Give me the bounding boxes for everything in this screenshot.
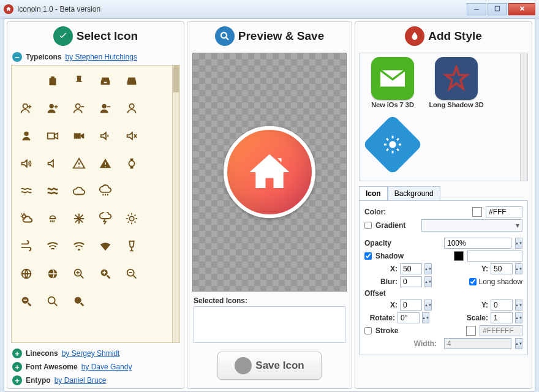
expand-icon[interactable]: + (12, 375, 22, 385)
icon-windy[interactable] (13, 232, 39, 260)
icon-wifi-low[interactable] (66, 232, 92, 260)
iconset-fontawesome[interactable]: + Font Awesome by Dave Gandy (7, 360, 184, 374)
gradient-select[interactable]: ▾ (421, 219, 522, 232)
close-button[interactable]: ✕ (508, 3, 535, 15)
iconset-linecons[interactable]: + Linecons by Sergey Shmidt (7, 347, 184, 360)
icon-user-remove[interactable] (66, 94, 92, 122)
tab-icon[interactable]: Icon (359, 186, 388, 200)
icon-zoom-out-outline[interactable] (118, 260, 145, 287)
longshadow-checkbox[interactable] (469, 278, 477, 285)
icon-inbox-full[interactable] (118, 67, 145, 94)
icon-user-add[interactable] (39, 94, 66, 122)
style-diamond-tile[interactable] (363, 123, 422, 167)
icon-moon[interactable] (118, 177, 145, 205)
shadow-y-input[interactable] (491, 263, 513, 274)
icon-grid-scrollbar[interactable] (172, 66, 179, 342)
gradient-checkbox[interactable] (364, 222, 372, 229)
icon-zoom-in-outline[interactable] (66, 260, 92, 287)
style-ios7-tile[interactable]: New iOs 7 3D (363, 57, 422, 108)
svg-point-10 (129, 216, 134, 221)
icon-video-outline[interactable] (39, 122, 66, 149)
check-icon (53, 26, 73, 46)
icon-globe-outline[interactable] (13, 260, 39, 287)
shadow-color-input[interactable] (467, 251, 522, 262)
icon-rain[interactable] (92, 177, 118, 205)
icon-volume[interactable] (39, 149, 66, 177)
expand-icon[interactable]: + (12, 349, 22, 358)
icon-user[interactable] (13, 122, 39, 149)
stroke-checkbox[interactable] (364, 327, 372, 334)
scale-input[interactable] (491, 312, 513, 323)
selected-icons-box[interactable] (194, 306, 345, 343)
icon-watch[interactable] (118, 149, 145, 177)
icon-volume-low[interactable] (92, 122, 118, 149)
icon-waves[interactable] (39, 177, 66, 205)
icon-search[interactable] (66, 287, 92, 315)
icon-search-outline[interactable] (39, 287, 66, 315)
icon-shower[interactable] (39, 205, 66, 232)
icon-stormy[interactable] (92, 205, 118, 232)
icon-user-remove-fill[interactable] (92, 94, 118, 122)
color-input[interactable] (486, 206, 522, 217)
stroke-color-swatch[interactable] (466, 326, 476, 336)
color-label: Color: (364, 208, 406, 216)
shadow-checkbox[interactable] (364, 252, 372, 260)
icon-zoom-in[interactable] (92, 260, 118, 287)
icon-sunny[interactable] (118, 205, 145, 232)
icon-user-outline[interactable] (118, 94, 145, 122)
offset-y-input[interactable] (491, 300, 513, 311)
iconset-author-link[interactable]: by Dave Gandy (81, 363, 132, 371)
icon-snow[interactable] (66, 205, 92, 232)
icon-volume-high[interactable] (13, 149, 39, 177)
tab-background[interactable]: Background (388, 186, 440, 200)
svg-point-20 (221, 32, 227, 38)
opacity-input[interactable] (444, 238, 511, 249)
offset-x-input[interactable] (400, 300, 422, 311)
expand-icon[interactable]: + (12, 362, 22, 372)
save-icon-button[interactable]: Save Icon (217, 352, 322, 380)
icon-wine[interactable] (118, 232, 145, 260)
shadow-color-swatch[interactable] (454, 251, 464, 261)
minimize-button[interactable]: ─ (467, 3, 486, 15)
blur-input[interactable] (400, 276, 422, 287)
icon-inbox[interactable] (92, 67, 118, 94)
icon-partly-sunny[interactable] (13, 205, 39, 232)
stroke-width-input[interactable] (444, 338, 511, 349)
iconset-typeicons[interactable]: − Typeicons by Stephen Hutchings (7, 50, 184, 64)
select-icon-title: Select Icon (77, 29, 138, 43)
icon-warning[interactable] (92, 149, 118, 177)
style-longshadow-tile[interactable]: Long Shadow 3D (427, 57, 486, 108)
selected-icons-label: Selected Icons: (194, 296, 345, 305)
iconset-entypo[interactable]: + Entypo by Daniel Bruce (7, 374, 184, 387)
icon-warning-outline[interactable] (66, 149, 92, 177)
collapse-icon[interactable]: − (12, 52, 22, 62)
opacity-spinner[interactable]: ▲▼ (515, 238, 522, 249)
color-swatch[interactable] (472, 207, 482, 217)
icon-waves-outline[interactable] (13, 177, 39, 205)
maximize-button[interactable]: ☐ (488, 3, 507, 15)
icon-trash[interactable] (39, 67, 66, 94)
icon-volume-mute[interactable] (118, 122, 145, 149)
style-panel: Add Style New iOs 7 3D Long Shadow 3D Ic… (355, 21, 532, 389)
sun-icon (363, 115, 423, 175)
icon-globe[interactable] (39, 260, 66, 287)
styles-scrollbar[interactable] (520, 53, 527, 181)
icon-cloud[interactable] (66, 177, 92, 205)
iconset-author-link[interactable]: by Stephen Hutchings (65, 53, 137, 61)
icon-zoom-out[interactable] (13, 287, 39, 315)
svg-point-3 (102, 104, 106, 108)
opacity-label: Opacity (364, 239, 406, 247)
icon-scissors[interactable] (13, 67, 39, 94)
icon-wifi[interactable] (92, 232, 118, 260)
icon-properties: Color: Gradient ▾ Opacity ▲▼ Shadow (359, 200, 528, 355)
icon-user-add-outline[interactable] (13, 94, 39, 122)
iconset-author-link[interactable]: by Sergey Shmidt (62, 349, 120, 358)
stroke-color-input[interactable] (480, 325, 522, 336)
rotate-input[interactable] (398, 312, 420, 323)
icon-pin[interactable] (66, 67, 92, 94)
shadow-x-input[interactable] (400, 263, 422, 274)
app-icon (4, 4, 13, 14)
icon-wifi-outline[interactable] (39, 232, 66, 260)
icon-video[interactable] (66, 122, 92, 149)
iconset-author-link[interactable]: by Daniel Bruce (55, 376, 107, 385)
